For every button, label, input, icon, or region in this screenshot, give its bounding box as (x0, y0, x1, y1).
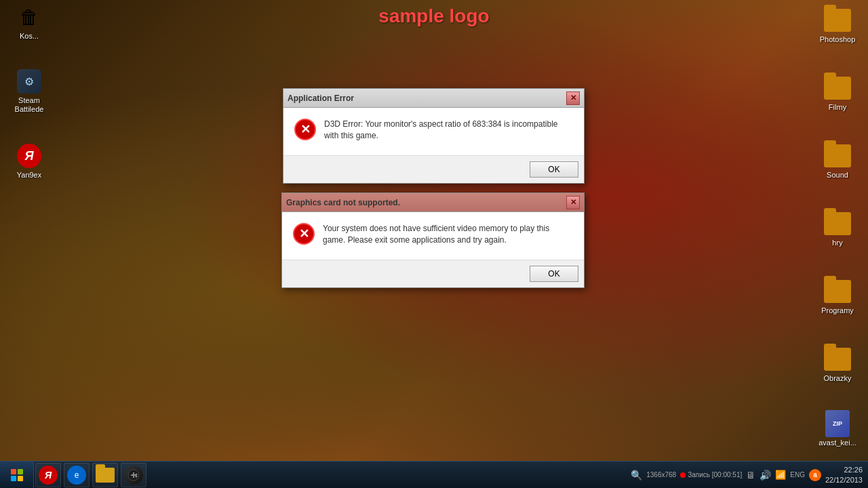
desktop-icon-steam[interactable]: ⚙ Steam Battilede (5, 68, 53, 114)
dialog2-buttons: OK (282, 260, 584, 287)
date-display: 22/12/2013 (825, 475, 863, 485)
taskbar: Я e 🔍 1366x768 (0, 461, 868, 488)
recycle-bin-icon: 🗑 (16, 3, 43, 30)
dialog2-ok-button[interactable]: OK (530, 266, 578, 282)
dialog2-close-button[interactable]: ✕ (566, 196, 580, 209)
language-indicator[interactable]: ENG (790, 471, 805, 479)
taskbar-yandex-button[interactable]: Я (35, 463, 61, 487)
dialog1-titlebar[interactable]: Application Error ✕ (283, 89, 584, 108)
taskbar-ie-button[interactable]: e (64, 463, 90, 487)
taskbar-ie-icon: e (67, 466, 86, 485)
desktop-icon-obrazky[interactable]: Obrazky (814, 346, 861, 383)
folder-hry-icon (824, 210, 851, 237)
volume-icon[interactable]: 🔊 (760, 470, 771, 481)
application-error-dialog: Application Error ✕ ✕ D3D Error: Your mo… (283, 88, 585, 184)
dialog2-message: Your system does not have sufficient vid… (323, 223, 573, 246)
system-tray: 🔍 1366x768 Запись [00:00:51] 🖥 🔊 📶 ENG a… (631, 465, 868, 485)
windows-logo-icon (11, 469, 23, 481)
taskbar-folder-icon (96, 468, 115, 483)
dialog2-message-row: ✕ Your system does not have sufficient v… (293, 223, 573, 246)
taskbar-folder-button[interactable] (92, 463, 118, 487)
desktop-icon-sound[interactable]: Sound (814, 142, 861, 180)
desktop: sample logo 🗑 Kos... ⚙ Steam Battilede Я… (0, 0, 868, 488)
desktop-icon-avast[interactable]: ZIP avast_kei... (814, 410, 861, 447)
desktop-icon-filmy[interactable]: Filmy (814, 75, 861, 112)
taskbar-game-button[interactable] (121, 463, 146, 487)
folder-programy-icon (824, 278, 851, 305)
magnifier-icon[interactable]: 🔍 (631, 470, 642, 481)
resolution-display: 1366x768 (646, 471, 676, 479)
desktop-icon-photoshop[interactable]: Photoshop (814, 7, 861, 44)
dialog2-content: ✕ Your system does not have sufficient v… (282, 212, 584, 260)
zip-avast-icon: ZIP (824, 410, 851, 437)
error-icon-2: ✕ (293, 223, 315, 245)
desktop-icon-recycle[interactable]: 🗑 Kos... (5, 3, 53, 41)
dialog2-title: Graphics card not supported. (286, 198, 566, 207)
recording-text: Запись [00:00:51] (688, 471, 742, 479)
graphics-error-dialog: Graphics card not supported. ✕ ✕ Your sy… (281, 192, 585, 288)
desktop-icon-programy[interactable]: Programy (814, 278, 861, 315)
yandex-browser-icon: Я (16, 142, 43, 169)
dialog1-message: D3D Error: Your monitor's aspect ratio o… (324, 119, 573, 142)
dialog1-content: ✕ D3D Error: Your monitor's aspect ratio… (283, 108, 584, 155)
taskbar-game-icon (124, 466, 143, 485)
taskbar-yandex-icon: Я (39, 466, 58, 485)
sample-logo-watermark: sample logo (378, 5, 489, 27)
svg-point-1 (136, 473, 138, 475)
dialog1-ok-button[interactable]: OK (530, 161, 578, 178)
folder-sound-icon (824, 142, 851, 169)
dialog2-titlebar[interactable]: Graphics card not supported. ✕ (282, 193, 584, 212)
desktop-icon-hry[interactable]: hry (814, 210, 861, 247)
dialog1-title: Application Error (288, 94, 566, 103)
svg-point-2 (136, 475, 138, 477)
folder-filmy-icon (824, 75, 851, 102)
network-icon[interactable]: 📶 (775, 470, 786, 480)
start-button[interactable] (0, 462, 34, 489)
time-display: 22:26 (825, 465, 863, 474)
recording-indicator: Запись [00:00:51] (680, 471, 742, 479)
desktop-icon-yandex[interactable]: Я Yan9ex (5, 142, 53, 180)
screen-icon: 🖥 (746, 470, 755, 481)
dialog1-message-row: ✕ D3D Error: Your monitor's aspect ratio… (294, 119, 573, 142)
folder-photoshop-icon (824, 7, 851, 34)
system-clock[interactable]: 22:26 22/12/2013 (825, 465, 863, 485)
avast-icon: a (809, 469, 821, 481)
steam-icon: ⚙ (16, 68, 43, 95)
recording-dot (680, 472, 686, 478)
dialog1-buttons: OK (283, 155, 584, 183)
dialog1-close-button[interactable]: ✕ (566, 92, 580, 105)
folder-obrazky-icon (824, 346, 851, 373)
error-icon-1: ✕ (294, 119, 316, 140)
